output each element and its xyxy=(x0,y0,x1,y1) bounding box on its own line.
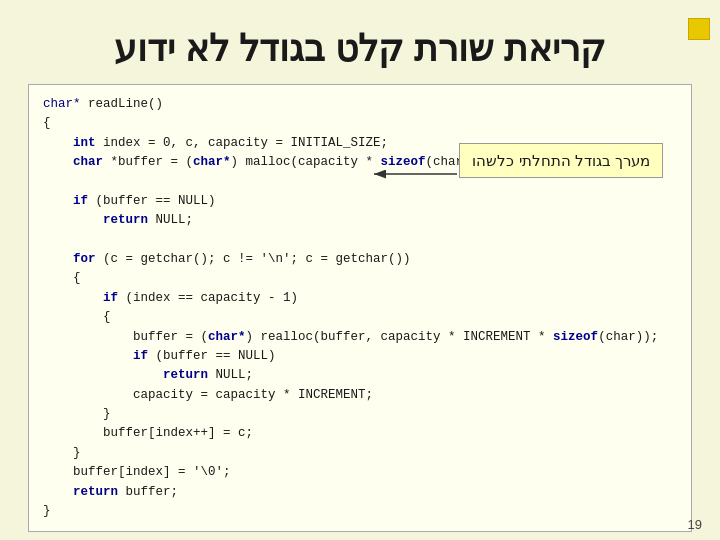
code-line: capacity = capacity * INCREMENT; xyxy=(43,386,677,405)
tooltip-arrow xyxy=(369,159,459,196)
code-line: if (buffer == NULL) xyxy=(43,192,677,211)
yellow-accent xyxy=(688,18,710,40)
code-line: buffer = (char*) realloc(buffer, capacit… xyxy=(43,328,677,347)
title-area: קריאת שורת קלט בגודל לא ידוע xyxy=(10,10,710,84)
code-container: char* readLine() { int index = 0, c, cap… xyxy=(28,84,692,532)
code-line xyxy=(43,231,677,250)
code-line: { xyxy=(43,308,677,327)
code-line: { xyxy=(43,114,677,133)
tooltip-box: מערך בגודל התחלתי כלשהו xyxy=(459,143,663,178)
code-line: } xyxy=(43,405,677,424)
code-line: return NULL; xyxy=(43,211,677,230)
code-line: if (index == capacity - 1) xyxy=(43,289,677,308)
tooltip-text: מערך בגודל התחלתי כלשהו xyxy=(472,152,650,169)
code-line: if (buffer == NULL) xyxy=(43,347,677,366)
code-line: char* readLine() xyxy=(43,95,677,114)
code-line: } xyxy=(43,444,677,463)
code-line: } xyxy=(43,502,677,521)
slide-title: קריאת שורת קלט בגודל לא ידוע xyxy=(114,28,606,69)
code-line: { xyxy=(43,269,677,288)
code-line: return buffer; xyxy=(43,483,677,502)
code-line: return NULL; xyxy=(43,366,677,385)
slide: קריאת שורת קלט בגודל לא ידוע char* readL… xyxy=(0,0,720,540)
page-number: 19 xyxy=(688,517,702,532)
code-line: for (c = getchar(); c != '\n'; c = getch… xyxy=(43,250,677,269)
code-line: buffer[index] = '\0'; xyxy=(43,463,677,482)
code-line: buffer[index++] = c; xyxy=(43,424,677,443)
